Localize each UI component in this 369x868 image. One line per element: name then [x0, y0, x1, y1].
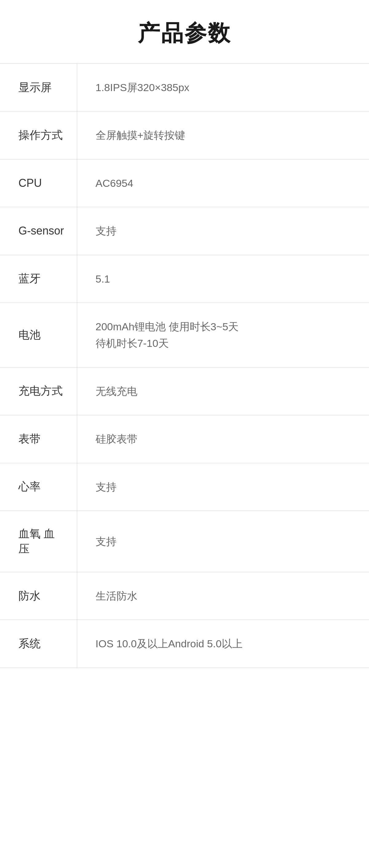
param-label: 显示屏	[0, 64, 77, 112]
param-label: 操作方式	[0, 112, 77, 159]
table-row: 蓝牙5.1	[0, 255, 369, 303]
table-row: 充电方式无线充电	[0, 367, 369, 415]
param-label: 防水	[0, 572, 77, 620]
param-label: CPU	[0, 159, 77, 207]
table-row: 防水生活防水	[0, 572, 369, 620]
param-label: 血氧 血压	[0, 510, 77, 572]
param-value: AC6954	[77, 159, 369, 207]
param-value: 支持	[77, 463, 369, 510]
param-label: 蓝牙	[0, 255, 77, 303]
param-value: 全屏触摸+旋转按键	[77, 112, 369, 159]
table-row: 电池200mAh锂电池 使用时长3~5天待机时长7-10天	[0, 303, 369, 367]
table-row: 血氧 血压支持	[0, 510, 369, 572]
param-label: 系统	[0, 620, 77, 668]
table-row: 表带硅胶表带	[0, 415, 369, 463]
table-row: 操作方式全屏触摸+旋转按键	[0, 112, 369, 159]
param-value: 支持	[77, 207, 369, 255]
param-value: 5.1	[77, 255, 369, 303]
param-value: 200mAh锂电池 使用时长3~5天待机时长7-10天	[77, 303, 369, 367]
page-title: 产品参数	[0, 0, 369, 63]
param-label: 充电方式	[0, 367, 77, 415]
param-value: 硅胶表带	[77, 415, 369, 463]
params-table: 显示屏1.8IPS屏320×385px操作方式全屏触摸+旋转按键CPUAC695…	[0, 63, 369, 668]
table-row: 系统IOS 10.0及以上Android 5.0以上	[0, 620, 369, 668]
param-label: 表带	[0, 415, 77, 463]
table-row: CPUAC6954	[0, 159, 369, 207]
param-value: 1.8IPS屏320×385px	[77, 64, 369, 112]
param-label: G-sensor	[0, 207, 77, 255]
table-row: 心率支持	[0, 463, 369, 510]
page-container: 产品参数 显示屏1.8IPS屏320×385px操作方式全屏触摸+旋转按键CPU…	[0, 0, 369, 668]
table-row: G-sensor支持	[0, 207, 369, 255]
table-row: 显示屏1.8IPS屏320×385px	[0, 64, 369, 112]
param-label: 电池	[0, 303, 77, 367]
param-value: 支持	[77, 510, 369, 572]
param-label: 心率	[0, 463, 77, 510]
param-value: IOS 10.0及以上Android 5.0以上	[77, 620, 369, 668]
param-value: 生活防水	[77, 572, 369, 620]
param-value: 无线充电	[77, 367, 369, 415]
